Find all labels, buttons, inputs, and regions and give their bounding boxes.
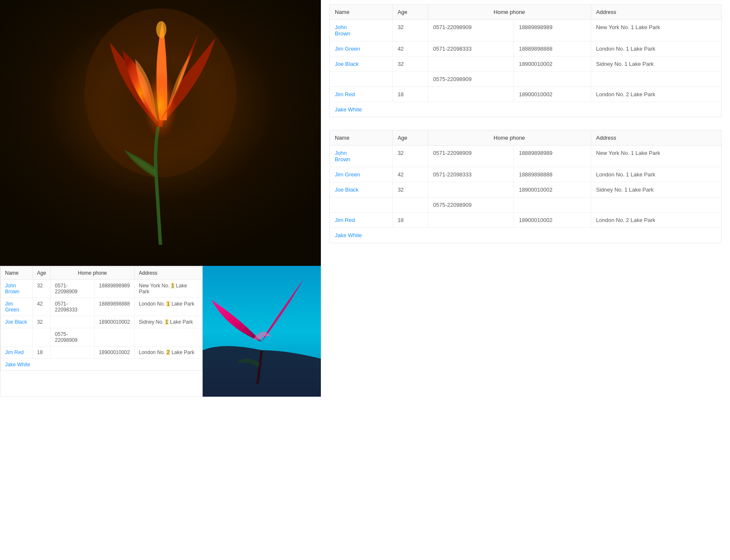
name-link-john-small[interactable]: JohnBrown (5, 283, 19, 295)
table-row: Joe Black 32 18900010002 Sidney No. 1 La… (330, 57, 722, 72)
svg-point-3 (156, 21, 166, 38)
name-link-jim-red-r1[interactable]: Jim Red (335, 91, 355, 97)
table-row: Jim Green 42 0571-22098333 18889898888 L… (1, 298, 202, 316)
flower2-image (203, 266, 321, 397)
col-address: Address (591, 5, 721, 20)
col-name-2: Name (330, 130, 393, 146)
table-row-phone2: 0575-22098909 (330, 72, 722, 87)
name-link-jim-red-small[interactable]: Jim Red (5, 349, 24, 355)
name-link-jake-white-r2[interactable]: Jake White (335, 232, 362, 238)
svg-point-2 (144, 72, 177, 139)
table-row: JohnBrown 32 0571-22098909 18889898989 N… (330, 146, 722, 167)
left-column: Name Age Home phone Address JohnBrown 32… (0, 0, 321, 560)
table-footer-row-2: Jake White (330, 228, 722, 243)
name-link-joe-black-r1[interactable]: Joe Black (335, 61, 358, 67)
table-row-footer: Jake White (1, 359, 202, 371)
name-link-jim-green-r1[interactable]: Jim Green (335, 46, 360, 52)
name-link-joe-black-small[interactable]: Joe Black (5, 319, 27, 325)
table-footer-row: Jake White (330, 102, 722, 117)
small-col-name: Name (1, 267, 33, 280)
col-phone: Home phone (428, 5, 591, 20)
address-cell: New York No. 1 Lake Park (134, 280, 202, 298)
name-link-joe-black-r2[interactable]: Joe Black (335, 187, 358, 193)
page-container: Name Age Home phone Address JohnBrown 32… (0, 0, 730, 560)
right-column: Name Age Home phone Address JohnBrown 32… (321, 0, 730, 560)
name-link-jake-white-small[interactable]: Jake White (5, 362, 30, 368)
table-row: Joe Black 32 18900010002 Sidney No. 1 La… (1, 316, 202, 328)
bottom-left: Name Age Home phone Address JohnBrown 32… (0, 266, 321, 397)
table-row: Joe Black 32 18900010002 Sidney No. 1 La… (330, 182, 722, 197)
table-row: Jim Red 18 18900010002 London No. 2 Lake… (330, 87, 722, 102)
col-name: Name (330, 5, 393, 20)
name-link-jake-white-r1[interactable]: Jake White (335, 106, 362, 113)
small-col-address: Address (134, 267, 202, 280)
tulip-image (0, 0, 321, 266)
name-link-jim-red-r2[interactable]: Jim Red (335, 217, 355, 223)
small-table-section: Name Age Home phone Address JohnBrown 32… (0, 266, 203, 397)
phone2-cell: 18889898989 (95, 280, 134, 298)
table-row: Jim Red 18 18900010002 London No. 2 Lake… (330, 213, 722, 228)
name-link-jim-green-r2[interactable]: Jim Green (335, 171, 360, 178)
right-table-2: Name Age Home phone Address JohnBrown 32… (329, 130, 722, 243)
small-col-phone: Home phone (51, 267, 135, 280)
name-link-john-r1[interactable]: JohnBrown (335, 24, 350, 37)
right-table-1: Name Age Home phone Address JohnBrown 32… (329, 4, 722, 117)
age-cell: 32 (33, 280, 50, 298)
table-row: Jim Green 42 0571-22098333 18889898888 L… (330, 41, 722, 57)
small-col-age: Age (33, 267, 50, 280)
right-table-top: Name Age Home phone Address JohnBrown 32… (329, 4, 722, 117)
col-age-2: Age (392, 130, 428, 146)
name-link-jim-green-small[interactable]: Jim Green (5, 301, 19, 313)
right-table-bottom: Name Age Home phone Address JohnBrown 32… (329, 130, 722, 243)
table-row: JohnBrown 32 0571-22098909 18889898989 N… (330, 20, 722, 41)
name-link-john-r2[interactable]: JohnBrown (335, 150, 350, 162)
small-table: Name Age Home phone Address JohnBrown 32… (0, 266, 202, 371)
table-row: JohnBrown 32 0571-22098909 18889898989 N… (1, 280, 202, 298)
col-age: Age (392, 5, 428, 20)
table-row-phone2: 0575-22098909 (330, 197, 722, 213)
phone1-cell: 0571-22098909 (51, 280, 95, 298)
table-row: Jim Red 18 18900010002 London No. 2 Lake… (1, 346, 202, 359)
table-row: Jim Green 42 0571-22098333 18889898888 L… (330, 167, 722, 182)
col-address-2: Address (591, 130, 721, 146)
table-row: 0575-22098909 (1, 328, 202, 346)
col-phone-2: Home phone (428, 130, 591, 146)
